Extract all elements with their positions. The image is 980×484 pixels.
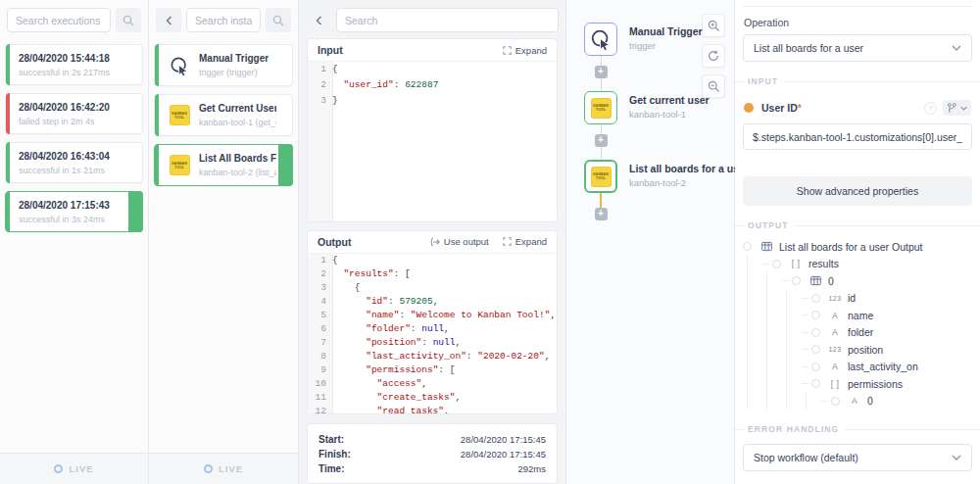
output-tree-node[interactable]: [ ] permissions (743, 375, 980, 393)
code-line: 12 "read_tasks", (308, 405, 557, 414)
output-tree-node[interactable]: List all boards for a user Output (743, 238, 980, 256)
tree-node-label: last_activity_on (848, 361, 918, 372)
tree-node-radio[interactable] (811, 363, 820, 371)
step-title: List All Boards For A ... (199, 153, 276, 164)
timing-label: Start: (318, 432, 344, 447)
use-output-icon (429, 237, 440, 247)
string-type-icon: A (832, 311, 838, 320)
instance-search-row (149, 0, 298, 38)
output-tree-node[interactable]: 0 (743, 272, 980, 290)
step-subtitle: trigger (trigger) (199, 68, 269, 77)
output-tree-node[interactable]: A folder (743, 324, 980, 342)
instance-step-card[interactable]: KANBAN TOOL Get Current User kanban-tool… (154, 94, 293, 136)
execution-status-text: successful in 3s 24ms (19, 215, 124, 224)
execution-card[interactable]: 28/04/2020 16:42:20 failed step in 2m 4s (5, 93, 143, 134)
operation-label: Operation (744, 17, 971, 28)
chevron-down-icon (960, 106, 967, 111)
live-toggle-executions[interactable]: LIVE (0, 453, 148, 484)
code-line: 2 "results": [ (308, 267, 557, 281)
tree-node-radio[interactable] (743, 242, 752, 251)
tree-node-radio[interactable] (831, 397, 840, 406)
output-tree-node[interactable]: 123 id (743, 290, 980, 308)
line-number: 2 (308, 267, 332, 281)
output-tree-node[interactable]: [ ] results (743, 256, 980, 273)
workflow-node[interactable] (584, 23, 617, 56)
live-toggle-instance[interactable]: LIVE (149, 453, 298, 484)
code-line: 2 "user_id": 622887 (308, 77, 557, 93)
executions-list: 28/04/2020 15:44:18 successful in 2s 217… (0, 38, 148, 453)
expand-output-button[interactable]: Expand (503, 236, 547, 247)
output-tree-node[interactable]: A last_activity_on (743, 359, 980, 376)
line-number: 2 (308, 77, 332, 93)
step-subtitle: kanban-tool-2 (list_all_bo... (199, 168, 276, 177)
tree-node-radio[interactable] (792, 276, 801, 285)
instance-step-card[interactable]: Manual Trigger trigger (trigger) (154, 44, 293, 86)
user-id-field-row: User ID* ? (744, 100, 971, 116)
tree-node-radio[interactable] (772, 260, 781, 268)
connector-line (601, 78, 602, 91)
output-tree-node[interactable]: A 0 (743, 393, 980, 411)
input-panel-title: Input (318, 44, 343, 56)
operation-select[interactable]: List all boards for a user (743, 34, 972, 62)
execution-card[interactable]: 28/04/2020 17:15:43 successful in 3s 24m… (5, 191, 143, 232)
execution-card[interactable]: 28/04/2020 15:44:18 successful in 2s 217… (5, 44, 143, 85)
tree-node-radio[interactable] (811, 379, 820, 388)
execution-timestamp: 28/04/2020 15:44:18 (19, 53, 124, 64)
output-code-editor[interactable]: 1 { 2 "results": [ 3 { 4 "id": 579205, 5… (308, 254, 557, 414)
expand-input-button[interactable]: Expand (503, 45, 547, 56)
mapping-mode-button[interactable] (943, 100, 971, 116)
detail-search-input[interactable] (336, 8, 559, 32)
output-tree-node[interactable]: 123 position (743, 341, 980, 359)
back-button[interactable] (156, 8, 181, 32)
workflow-node[interactable]: KANBAN TOOL (584, 91, 617, 124)
tree-node-label: name (848, 310, 873, 321)
clipped-field-edge (743, 0, 972, 7)
workflow-app: 28/04/2020 15:44:18 successful in 2s 217… (0, 0, 980, 484)
code-line: 3 { (308, 281, 557, 295)
step-title: Manual Trigger (199, 53, 269, 64)
input-code-editor[interactable]: 1 { 2 "user_id": 622887 3 } (308, 62, 557, 221)
tree-node-label: permissions (848, 378, 903, 390)
back-button[interactable] (306, 8, 331, 32)
search-executions-button[interactable] (116, 8, 141, 32)
add-step-button[interactable]: + (595, 66, 608, 78)
output-tree-node[interactable]: A name (743, 307, 980, 324)
live-label: LIVE (219, 463, 243, 474)
connector-line (600, 193, 602, 208)
execution-status-text: failed step in 2m 4s (19, 117, 124, 126)
search-instance-input[interactable] (186, 8, 261, 32)
code-line: 4 "id": 579205, (308, 295, 557, 309)
code-line: 8 "last_activity_on": "2020-02-20", (308, 350, 557, 363)
required-field-dot-icon (744, 103, 754, 113)
executions-search-row (0, 0, 148, 38)
string-type-icon: A (832, 362, 838, 371)
add-step-button[interactable]: + (595, 208, 608, 220)
search-instance-button[interactable] (266, 8, 291, 32)
error-handling-select[interactable]: Stop workflow (default) (743, 444, 972, 471)
add-step-button[interactable]: + (595, 134, 608, 147)
use-output-button[interactable]: Use output (429, 236, 489, 247)
number-type-icon: 123 (828, 346, 841, 353)
code-line: 11 "create_tasks", (308, 391, 557, 405)
tree-node-label: position (848, 344, 883, 356)
line-number: 6 (308, 322, 332, 336)
search-executions-input[interactable] (7, 8, 111, 32)
tree-node-radio[interactable] (811, 294, 820, 303)
tree-node-radio[interactable] (811, 345, 820, 354)
user-id-input[interactable] (743, 123, 972, 150)
object-type-icon (810, 275, 821, 286)
execution-timestamp: 28/04/2020 17:15:43 (19, 200, 124, 211)
expand-icon (503, 46, 512, 55)
execution-card[interactable]: 28/04/2020 16:43:04 successful in 1s 21m… (5, 142, 143, 183)
tree-node-label: List all boards for a user Output (779, 241, 923, 253)
error-handling-value: Stop workflow (default) (754, 452, 858, 463)
instance-step-card[interactable]: KANBAN TOOL List All Boards For A ... ka… (154, 144, 293, 186)
tree-node-radio[interactable] (811, 311, 820, 319)
tree-node-radio[interactable] (811, 328, 820, 337)
line-number: 8 (308, 350, 332, 363)
workflow-node[interactable]: KANBAN TOOL (584, 160, 617, 193)
code-line: 1 { (308, 62, 557, 77)
show-advanced-properties-button[interactable]: Show advanced properties (743, 176, 972, 206)
string-type-icon: A (832, 327, 838, 337)
help-icon[interactable]: ? (924, 102, 937, 115)
